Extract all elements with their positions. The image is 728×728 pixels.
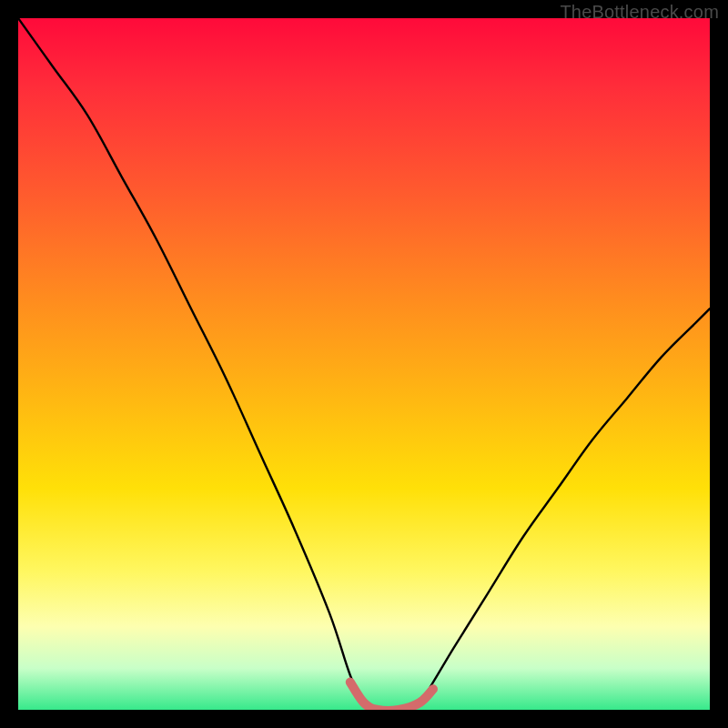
bottleneck-curve	[18, 18, 710, 710]
chart-frame: TheBottleneck.com	[0, 0, 728, 728]
chart-svg	[18, 18, 710, 710]
plot-area	[18, 18, 710, 710]
optimal-band	[350, 682, 433, 710]
